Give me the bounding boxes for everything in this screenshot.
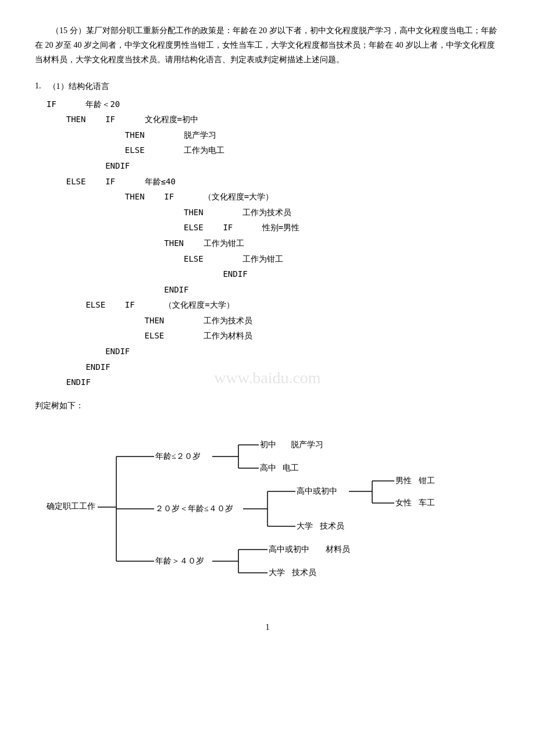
code-line-3: THEN 脱产学习 (47, 127, 500, 143)
root-label: 确定职工工作 (46, 502, 95, 511)
intro-paragraph: （15 分）某厂对部分职工重新分配工作的政策是：年龄在 20 岁以下者，初中文化… (35, 23, 500, 67)
section-title: 1. （1）结构化语言 (35, 81, 500, 92)
section-1: 1. （1）结构化语言 IF 年龄＜20 THEN IF 文化程度=初中 THE… (35, 81, 500, 390)
code-line-6: ELSE IF 年龄≤40 (47, 174, 500, 190)
branch2-condition: ２０岁＜年龄≤４０岁 (155, 504, 233, 513)
code-line-2: THEN IF 文化程度=初中 (47, 112, 500, 127)
code-block: IF 年龄＜20 THEN IF 文化程度=初中 THEN 脱产学习 ELSE … (47, 97, 500, 390)
tree-container: 确定职工工作 年龄≤２０岁 初中 脱产学习 高中 电工 ２０岁＜年龄≤４０岁 (41, 417, 500, 600)
b2-c1-male-label: 男性 (395, 476, 412, 485)
code-line-10: THEN 工作为钳工 (47, 236, 500, 251)
b2-c1-female-result: 车工 (419, 498, 435, 507)
code-line-16: ELSE 工作为材料员 (47, 328, 500, 344)
code-line-7: THEN IF （文化程度=大学） (47, 189, 500, 205)
code-line-8: THEN 工作为技术员 (47, 205, 500, 220)
code-line-12: ENDIF (47, 266, 500, 282)
b1-child2-label: 高中 (260, 463, 276, 472)
b2-c1-female-label: 女性 (395, 498, 412, 507)
code-line-9: ELSE IF 性别=男性 (47, 220, 500, 236)
decision-tree-svg: 确定职工工作 年龄≤２０岁 初中 脱产学习 高中 电工 ２０岁＜年龄≤４０岁 (41, 417, 518, 597)
b1-child1-label: 初中 (260, 440, 276, 449)
code-line-4: ELSE 工作为电工 (47, 142, 500, 158)
section-heading: （1）结构化语言 (48, 81, 109, 92)
b2-child1-label: 高中或初中 (297, 487, 337, 495)
code-line-1: IF 年龄＜20 (47, 97, 500, 112)
b1-child1-result: 脱产学习 (291, 440, 323, 449)
branch3-condition: 年龄＞４０岁 (155, 557, 204, 565)
branch1-condition: 年龄≤２０岁 (155, 452, 201, 461)
b2-c1-male-result: 钳工 (418, 476, 435, 485)
b2-child2-label: 大学 (297, 522, 313, 530)
b3-child1-result: 材料员 (325, 545, 350, 554)
code-line-14: ELSE IF （文化程度=大学） (47, 297, 500, 313)
code-line-5: ENDIF (47, 158, 500, 174)
b3-child2-result: 技术员 (291, 568, 316, 577)
tree-label: 判定树如下： (35, 401, 500, 411)
b3-child1-label: 高中或初中 (269, 545, 309, 554)
intro-text: （15 分）某厂对部分职工重新分配工作的政策是：年龄在 20 岁以下者，初中文化… (35, 23, 500, 67)
section-number: 1. (35, 81, 41, 92)
code-line-18: ENDIF (47, 359, 500, 375)
code-line-13: ENDIF (47, 282, 500, 298)
page-number: 1 (35, 623, 500, 632)
b2-child2-result: 技术员 (319, 522, 344, 530)
b1-child2-result: 电工 (283, 463, 299, 472)
code-line-15: THEN 工作为技术员 (47, 313, 500, 329)
code-line-19: ENDIF (47, 375, 500, 390)
tree-section: 判定树如下： 确定职工工作 年龄≤２０岁 初中 脱产学习 高中 电工 (35, 401, 500, 600)
b3-child2-label: 大学 (269, 568, 285, 577)
code-line-17: ENDIF (47, 344, 500, 359)
code-line-11: ELSE 工作为钳工 (47, 251, 500, 267)
